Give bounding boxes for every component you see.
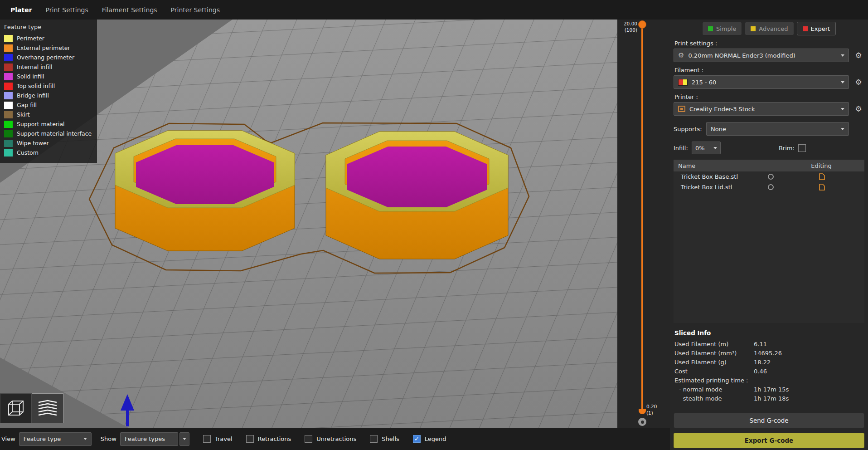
table-row[interactable]: Tricket Box Base.stl bbox=[674, 171, 864, 182]
color-swatch bbox=[4, 140, 13, 147]
printer-label: Printer : bbox=[674, 93, 864, 100]
color-swatch bbox=[4, 102, 13, 109]
chevron-down-icon bbox=[713, 147, 717, 149]
print-settings-gear-button[interactable]: ⚙ bbox=[853, 52, 864, 59]
layer-slider-strip: 20.00 (100) 0.20 (1) bbox=[617, 20, 670, 428]
show-select[interactable]: Feature types bbox=[120, 432, 178, 446]
shells-toggle: Shells bbox=[370, 435, 399, 443]
color-swatch bbox=[4, 83, 13, 90]
info-row: Used Filament (mm³)14695.26 bbox=[674, 348, 864, 357]
legend-checkbox[interactable] bbox=[413, 435, 421, 443]
filament-color-icon bbox=[678, 79, 688, 86]
send-gcode-button[interactable]: Send G-code bbox=[674, 413, 864, 428]
object-list: Name Editing Tricket Box Base.stl Tricke… bbox=[674, 160, 864, 323]
tab-plater[interactable]: Plater bbox=[4, 6, 39, 14]
chevron-down-icon bbox=[83, 438, 87, 440]
legend-item: Gap fill bbox=[0, 100, 97, 110]
view-label: View bbox=[1, 435, 15, 442]
travel-checkbox[interactable] bbox=[203, 435, 211, 443]
layers-view-icon bbox=[37, 398, 58, 418]
printer-gear-button[interactable]: ⚙ bbox=[853, 105, 864, 113]
legend-item: External perimeter bbox=[0, 43, 97, 53]
color-swatch bbox=[4, 130, 13, 137]
color-swatch bbox=[4, 121, 13, 128]
supports-select[interactable]: None bbox=[706, 122, 849, 136]
filament-select[interactable]: 215 - 60 bbox=[674, 75, 849, 89]
legend-title: Feature type bbox=[0, 22, 97, 34]
feature-legend: Feature type Perimeter External perimete… bbox=[0, 20, 97, 163]
instances-icon[interactable] bbox=[768, 174, 774, 180]
legend-item: Support material interface bbox=[0, 129, 97, 138]
edit-object-icon[interactable] bbox=[819, 184, 825, 191]
object-list-header: Name Editing bbox=[674, 160, 864, 171]
lock-icon[interactable] bbox=[638, 418, 646, 426]
brim-checkbox[interactable] bbox=[798, 144, 806, 152]
slider-top-label: 20.00 (100) bbox=[617, 20, 637, 33]
sliced-info-section: Sliced Info Used Filament (m)6.11 Used F… bbox=[674, 329, 864, 403]
tab-filament-settings[interactable]: Filament Settings bbox=[95, 6, 164, 14]
legend-item: Perimeter bbox=[0, 34, 97, 43]
simple-mode-icon bbox=[708, 26, 713, 31]
color-swatch bbox=[4, 35, 13, 42]
edit-object-icon[interactable] bbox=[819, 173, 825, 180]
layer-slider-handle-top[interactable] bbox=[638, 20, 646, 29]
info-row: Estimated printing time : bbox=[674, 376, 864, 385]
show-label: Show bbox=[101, 435, 116, 442]
instances-icon[interactable] bbox=[768, 184, 774, 190]
color-swatch bbox=[4, 44, 13, 52]
mode-advanced-button[interactable]: Advanced bbox=[745, 22, 794, 35]
filament-gear-button[interactable]: ⚙ bbox=[853, 78, 864, 86]
3d-view-button[interactable] bbox=[0, 393, 32, 423]
color-swatch bbox=[4, 92, 13, 99]
legend-item: Wipe tower bbox=[0, 138, 97, 148]
view-mode-toggle bbox=[0, 393, 63, 423]
print-settings-select[interactable]: ⚙ 0.20mm NORMAL Ender3 (modified) bbox=[674, 49, 849, 62]
chevron-down-icon bbox=[841, 54, 844, 57]
unretractions-checkbox[interactable] bbox=[305, 435, 312, 443]
legend-item: Overhang perimeter bbox=[0, 53, 97, 62]
filament-label: Filament : bbox=[674, 67, 864, 73]
show-select-arrow-button[interactable] bbox=[179, 432, 189, 446]
3d-view-icon bbox=[6, 398, 26, 418]
info-row: Used Filament (g)18.22 bbox=[674, 357, 864, 367]
color-swatch bbox=[4, 54, 13, 61]
printer-select[interactable]: Creality Ender-3 Stock bbox=[674, 102, 849, 116]
color-swatch bbox=[4, 149, 13, 157]
layer-slider-track[interactable] bbox=[641, 25, 643, 411]
menu-bar: Plater Print Settings Filament Settings … bbox=[0, 0, 868, 20]
chevron-down-icon bbox=[841, 108, 844, 110]
layer-slider-handle-bottom[interactable] bbox=[639, 409, 646, 414]
legend-toggle: Legend bbox=[413, 435, 446, 443]
sliced-info-title: Sliced Info bbox=[674, 329, 864, 337]
view-select[interactable]: Feature type bbox=[19, 432, 92, 446]
table-row[interactable]: Tricket Box Lid.stl bbox=[674, 182, 864, 192]
supports-label: Supports: bbox=[674, 126, 703, 132]
settings-panel: Simple Advanced Expert Print settings : … bbox=[670, 20, 868, 450]
bottom-toolbar: View Feature type Show Feature types Tra… bbox=[0, 428, 670, 450]
tab-printer-settings[interactable]: Printer Settings bbox=[164, 6, 227, 14]
legend-item: Solid infill bbox=[0, 72, 97, 81]
preview-viewport[interactable]: Feature type Perimeter External perimete… bbox=[0, 20, 617, 428]
info-row: Cost0.46 bbox=[674, 367, 864, 376]
legend-item: Top solid infill bbox=[0, 81, 97, 91]
layers-view-button[interactable] bbox=[32, 393, 63, 423]
tab-print-settings[interactable]: Print Settings bbox=[39, 6, 95, 14]
mode-simple-button[interactable]: Simple bbox=[702, 22, 742, 35]
travel-toggle: Travel bbox=[203, 435, 233, 443]
infill-select[interactable]: 0% bbox=[692, 142, 721, 154]
object-tricket-box-lid[interactable] bbox=[326, 132, 508, 259]
info-row: - normal mode1h 17m 15s bbox=[674, 385, 864, 394]
printer-icon bbox=[678, 106, 685, 112]
retractions-toggle: Retractions bbox=[246, 435, 291, 443]
retractions-checkbox[interactable] bbox=[246, 435, 254, 443]
export-gcode-button[interactable]: Export G-code bbox=[674, 433, 864, 448]
legend-item: Custom bbox=[0, 148, 97, 157]
chevron-down-icon bbox=[841, 81, 844, 83]
legend-item: Bridge infill bbox=[0, 91, 97, 100]
object-tricket-box-base[interactable] bbox=[115, 131, 295, 251]
expert-mode-icon bbox=[803, 26, 808, 31]
chevron-down-icon bbox=[183, 438, 186, 440]
shells-checkbox[interactable] bbox=[370, 435, 378, 443]
mode-expert-button[interactable]: Expert bbox=[797, 22, 836, 35]
print-settings-label: Print settings : bbox=[674, 40, 864, 47]
